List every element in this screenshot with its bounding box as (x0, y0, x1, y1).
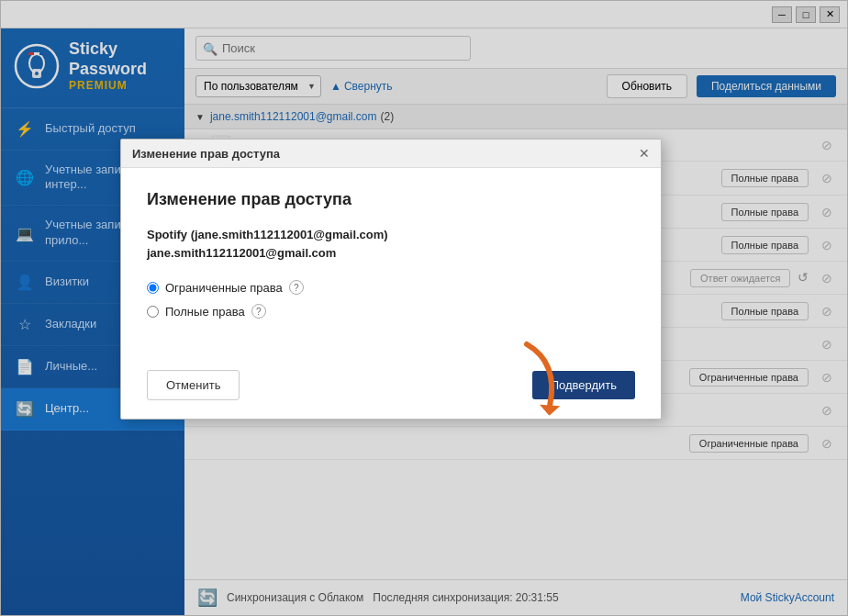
help-icon-limited[interactable]: ? (289, 280, 304, 295)
modal-titlebar: Изменение прав доступа ✕ (121, 140, 661, 168)
modal-body: Изменение прав доступа Spotify (jane.smi… (121, 168, 661, 359)
modal-info-line2: jane.smith112112001@gmail.com (147, 244, 635, 263)
modal-overlay: Изменение прав доступа ✕ Изменение прав … (1, 1, 847, 615)
modal-close-button[interactable]: ✕ (639, 146, 650, 161)
modal-info-line1: Spotify (jane.smith112112001@gmail.com) (147, 226, 635, 244)
radio-full[interactable] (147, 306, 159, 318)
radio-item-full: Полные права ? (147, 304, 635, 319)
help-icon-full[interactable]: ? (251, 304, 266, 319)
radio-label-full: Полные права (165, 305, 245, 319)
main-window: ─ □ ✕ (0, 0, 848, 616)
modal-footer: Отменить Подвердить (121, 359, 661, 419)
radio-limited[interactable] (147, 282, 159, 294)
radio-item-limited: Ограниченные права ? (147, 280, 635, 295)
modal-title: Изменение прав доступа (132, 147, 280, 161)
radio-label-limited: Ограниченные права (165, 281, 283, 295)
radio-group: Ограниченные права ? Полные права ? (147, 280, 635, 319)
modal-heading: Изменение прав доступа (147, 190, 635, 209)
cancel-button[interactable]: Отменить (147, 370, 240, 400)
modal-info: Spotify (jane.smith112112001@gmail.com) … (147, 226, 635, 262)
modal-dialog: Изменение прав доступа ✕ Изменение прав … (120, 139, 662, 420)
